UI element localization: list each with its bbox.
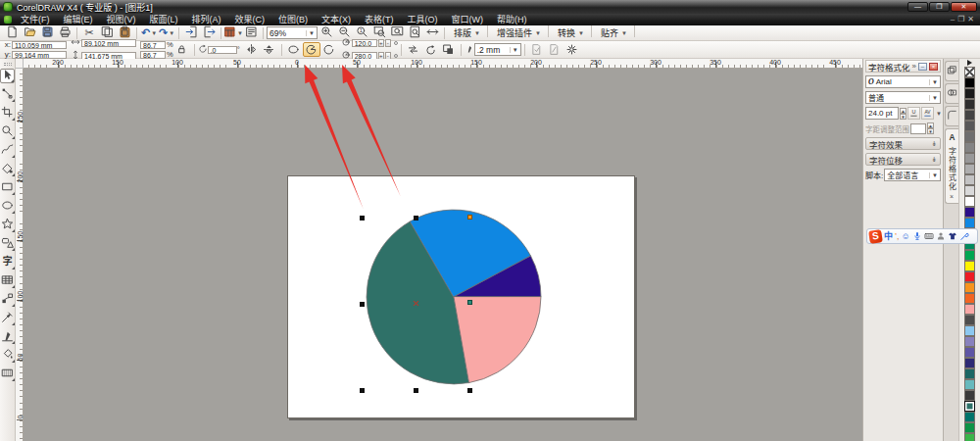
ime-wrench-icon[interactable] — [959, 231, 969, 241]
app-launcher-button[interactable]: ▼ — [224, 25, 242, 40]
restore-button[interactable]: ❐ — [929, 2, 950, 12]
zoom-width-button[interactable] — [423, 25, 441, 40]
menu-item-4[interactable]: 排列(A) — [185, 15, 228, 24]
outline-width-combo[interactable]: .2 mm▼ — [474, 43, 521, 56]
palette-color-10[interactable] — [964, 174, 975, 185]
palette-color-9[interactable] — [964, 164, 975, 174]
settings-button[interactable] — [564, 42, 581, 57]
basic-shapes-tool-button[interactable] — [0, 236, 15, 251]
welcome-button[interactable] — [242, 25, 260, 40]
scale-h-field[interactable]: 86.7 — [140, 41, 166, 49]
kerning-range-field[interactable] — [910, 123, 926, 134]
docker-close-button[interactable]: × — [929, 63, 938, 71]
node-handle-teal[interactable] — [467, 300, 472, 305]
selection-handle[interactable] — [360, 388, 365, 393]
copy-fill-button[interactable] — [528, 42, 546, 57]
palette-color-22[interactable] — [964, 304, 975, 315]
chevron-down-icon[interactable]: ▼ — [151, 30, 157, 36]
vertical-ruler[interactable]: 250200150100500 — [16, 69, 24, 441]
smart-fill-tool-button[interactable] — [0, 162, 15, 176]
palette-color-12[interactable] — [964, 196, 975, 207]
arc-shape-button[interactable] — [320, 42, 338, 57]
palette-color-1[interactable] — [964, 77, 975, 88]
shape-tool-button[interactable] — [0, 87, 15, 102]
palette-color-30[interactable] — [964, 390, 975, 401]
object-y-field[interactable]: 99.164 mm — [12, 51, 67, 59]
palette-scroll-icon[interactable] — [967, 60, 972, 66]
font-style-combo[interactable]: 普通▼ — [865, 91, 941, 104]
underline-icon[interactable]: U — [907, 107, 920, 120]
menu-item-1[interactable]: 编辑(E) — [57, 15, 100, 24]
menu-item-10[interactable]: 窗口(W) — [445, 15, 491, 24]
font-size-spinner[interactable]: ▲▼ — [900, 108, 906, 120]
redo-button[interactable]: ↷▼ — [158, 25, 175, 40]
table-tool-button[interactable] — [0, 273, 15, 288]
wireframe-button[interactable] — [440, 42, 458, 57]
palette-color-24[interactable] — [964, 325, 975, 336]
doc-minimize-button[interactable]: – — [951, 15, 955, 24]
horizontal-ruler[interactable]: 20015010050050100150200250300350400450 — [24, 59, 862, 69]
rotate-90-button[interactable] — [422, 42, 440, 57]
undo-button[interactable]: ↶▼ — [140, 25, 158, 40]
font-family-combo[interactable]: O Arial▼ — [865, 75, 941, 88]
sogou-ime-bar[interactable]: S 中’,☺ — [866, 228, 978, 244]
doc-restore-button[interactable]: ❐ — [957, 15, 964, 24]
text-tool-button[interactable]: 字 — [0, 255, 15, 270]
menu-item-6[interactable]: 位图(B) — [271, 15, 315, 24]
palette-color-33[interactable] — [964, 422, 975, 433]
ime-mic-icon[interactable] — [912, 231, 922, 241]
pie-slice-pink[interactable] — [454, 297, 541, 383]
palette-color-28[interactable] — [964, 368, 975, 379]
palette-color-29[interactable] — [964, 379, 975, 390]
plugin-button-0[interactable]: 排版▼ — [448, 25, 484, 40]
menu-item-3[interactable]: 版面(L) — [143, 15, 185, 24]
palette-color-34[interactable] — [964, 433, 975, 441]
title-bar[interactable]: CorelDRAW X4 ( 专业版 ) - [图形1] — ❐ ✕ — [0, 0, 980, 14]
menu-item-2[interactable]: 视图(V) — [100, 15, 143, 24]
pie-shape-button[interactable] — [303, 42, 320, 57]
character-effects-section[interactable]: 字符效果↡ — [865, 137, 941, 150]
outline-pen-tool-button[interactable] — [0, 329, 15, 344]
zoom-in-button[interactable] — [318, 25, 335, 40]
open-button[interactable] — [21, 25, 38, 40]
chevron-down-icon[interactable]: ▼ — [578, 30, 584, 36]
menu-item-5[interactable]: 效果(C) — [228, 15, 272, 24]
character-shift-section[interactable]: 字符位移↡ — [865, 153, 941, 166]
rotation-angle-field[interactable]: .0 — [208, 46, 237, 54]
palette-color-11[interactable] — [964, 185, 975, 196]
document-icon[interactable] — [4, 16, 12, 24]
eyedropper-tool-button[interactable] — [0, 311, 15, 325]
palette-color-7[interactable] — [964, 142, 975, 153]
palette-color-23[interactable] — [964, 315, 975, 325]
menu-item-9[interactable]: 工具(O) — [401, 15, 445, 24]
plugin-button-2[interactable]: 转换▼ — [552, 25, 588, 40]
object-width-field[interactable]: 89.102 mm — [81, 39, 136, 47]
ellipse-shape-button[interactable] — [285, 42, 303, 57]
menu-item-0[interactable]: 文件(F) — [14, 15, 57, 24]
ime-chinese-icon[interactable]: 中 — [884, 231, 893, 241]
mirror-vertical-button[interactable] — [261, 42, 278, 57]
docker-tab-2[interactable] — [945, 106, 958, 126]
palette-color-14[interactable] — [964, 218, 975, 228]
zoom-tool-button[interactable] — [0, 124, 15, 139]
close-button[interactable]: ✕ — [951, 2, 977, 12]
scale-v-field[interactable]: 86.7 — [140, 51, 166, 59]
pie-start-spinner[interactable]: +- — [378, 39, 391, 47]
palette-color-6[interactable] — [964, 131, 975, 142]
ime-person-icon[interactable] — [936, 231, 946, 241]
chevron-down-icon[interactable]: ▼ — [621, 30, 627, 36]
close-icon[interactable]: × — [950, 193, 954, 200]
object-x-field[interactable]: 110.059 mm — [12, 41, 67, 49]
fill-tool-button[interactable] — [0, 348, 15, 363]
selection-handle[interactable] — [414, 388, 418, 393]
plugin-button-3[interactable]: 贴齐▼ — [595, 25, 631, 40]
ime-skin-icon[interactable] — [948, 231, 957, 241]
chevron-down-icon[interactable]: ▼ — [535, 30, 541, 36]
chevron-down-icon[interactable]: ▼ — [169, 30, 174, 36]
palette-color-0[interactable] — [964, 67, 975, 77]
chevron-down-icon[interactable]: ▼ — [936, 111, 942, 117]
ruler-origin-button[interactable] — [16, 59, 24, 69]
palette-color-32[interactable] — [964, 412, 975, 422]
palette-color-25[interactable] — [964, 336, 975, 347]
font-size-field[interactable]: 24.0 pt — [865, 107, 899, 120]
